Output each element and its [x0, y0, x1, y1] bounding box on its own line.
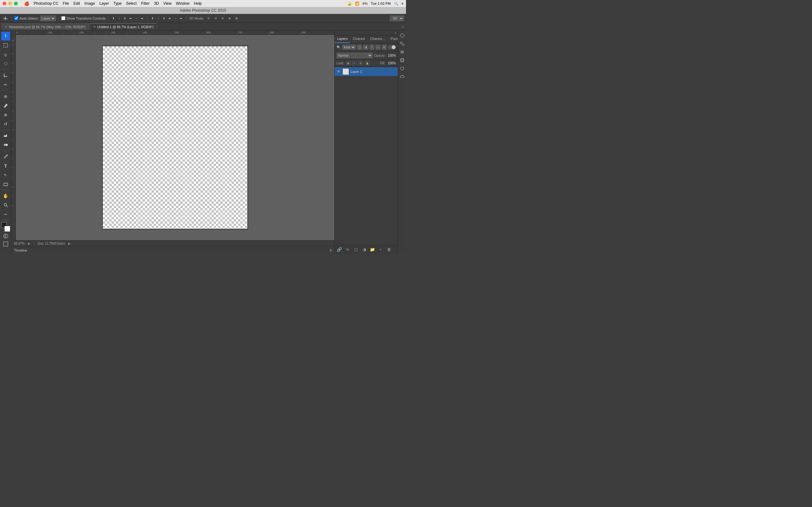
tab-channels[interactable]: Channe… — [368, 36, 389, 43]
lock-all-button[interactable]: 🔒 — [365, 61, 369, 65]
transform-controls-checkbox[interactable] — [61, 16, 65, 20]
magic-wand-button[interactable]: ⬡ — [1, 59, 10, 68]
filter-shape-button[interactable]: ▭ — [375, 45, 380, 50]
timeline-collapse-button[interactable]: ≡ — [329, 248, 332, 252]
tab-character[interactable]: Charact — [350, 36, 368, 43]
canvas-scroll-area[interactable] — [16, 35, 334, 240]
marquee-tool-button[interactable] — [1, 41, 10, 50]
layer-effects-button[interactable]: fx — [345, 246, 351, 252]
align-horizontal-centers-button[interactable]: ↔ — [134, 16, 139, 21]
filter-kind-select[interactable]: Kind — [342, 45, 356, 50]
clone-stamp-button[interactable]: ⊕ — [1, 110, 10, 119]
panel-collapse-left[interactable]: « — [395, 31, 397, 35]
shape-tool-button[interactable] — [1, 180, 10, 188]
3d-panel-button[interactable] — [399, 32, 405, 39]
filter-toggle[interactable] — [388, 45, 396, 49]
menu-type[interactable]: Type — [113, 1, 121, 6]
close-window-button[interactable] — [3, 2, 6, 5]
doc-info-expand[interactable]: ▶ — [68, 242, 71, 245]
menu-view[interactable]: View — [163, 1, 171, 6]
brush-tool-button[interactable] — [1, 101, 10, 110]
notification-icon[interactable]: 🔔 — [347, 2, 352, 6]
distribute-left-button[interactable]: ⬅ — [167, 16, 172, 21]
align-vertical-centers-button[interactable]: ↕ — [117, 16, 122, 21]
filter-adjustment-button[interactable]: ◑ — [363, 45, 368, 50]
3d-pan-button[interactable]: ✛ — [220, 16, 225, 21]
tab-close-newsletter[interactable]: ✕ — [5, 25, 7, 29]
zoom-tool-button[interactable] — [1, 201, 10, 210]
adjustments-panel-button[interactable] — [399, 41, 405, 47]
3d-rotate-button[interactable]: ↻ — [206, 16, 211, 21]
distribute-bottom-button[interactable]: ⬇ — [161, 16, 166, 21]
auto-select-dropdown[interactable]: Layer — [40, 15, 56, 21]
quick-mask-button[interactable] — [3, 233, 9, 239]
add-mask-button[interactable]: ◻ — [353, 246, 359, 252]
tab-untitled[interactable]: ✕ Untitled-1 @ 66.7% (Layer 1, RGB/8*) — [90, 23, 157, 30]
crop-tool-button[interactable] — [1, 71, 10, 80]
gradient-tool-button[interactable] — [1, 140, 10, 149]
history-brush-button[interactable]: ↺ — [1, 119, 10, 128]
new-group-button[interactable]: 📁 — [369, 246, 375, 252]
new-layer-button[interactable]: + — [378, 246, 384, 252]
lasso-tool-button[interactable]: ⌾ — [1, 50, 10, 59]
align-right-edges-button[interactable]: ➡ — [140, 16, 145, 21]
distribute-right-button[interactable]: ➡ — [179, 16, 184, 21]
arrange-panel-button[interactable] — [399, 49, 405, 55]
blend-mode-select[interactable]: Normal — [337, 53, 373, 58]
tab-close-untitled[interactable]: ✕ — [93, 25, 96, 29]
path-selection-button[interactable]: ↖ — [1, 170, 10, 179]
menu-filter[interactable]: Filter — [141, 1, 150, 6]
pen-tool-button[interactable] — [1, 152, 10, 161]
menu-select[interactable]: Select — [126, 1, 136, 6]
move-tool-option[interactable] — [2, 16, 9, 21]
lock-position-button[interactable]: ✏ — [352, 61, 357, 65]
menu-help[interactable]: Help — [194, 1, 202, 6]
background-color[interactable] — [4, 226, 10, 232]
distribute-top-button[interactable]: ⬆ — [150, 16, 155, 21]
filter-smart-button[interactable]: ⊞ — [382, 45, 387, 50]
fill-value[interactable]: 100% — [387, 61, 396, 65]
hand-tool-button[interactable]: ✋ — [1, 191, 10, 200]
3d-scale-button[interactable]: ⊞ — [234, 16, 239, 21]
zoom-flyout-icon[interactable]: ▶ — [28, 242, 31, 245]
type-tool-button[interactable]: T — [1, 161, 10, 170]
menu-app-name[interactable]: Photoshop CC — [34, 1, 58, 6]
3d-slide-button[interactable]: ⊕ — [227, 16, 232, 21]
eyedropper-tool-button[interactable]: ✏ — [1, 80, 10, 89]
layer-item[interactable]: 👁 Layer 1 — [335, 67, 398, 76]
color-chips[interactable] — [1, 222, 10, 232]
add-adjustment-button[interactable]: ◑ — [361, 246, 367, 252]
menu-layer[interactable]: Layer — [99, 1, 109, 6]
healing-brush-button[interactable]: ⊕ — [1, 92, 10, 101]
menu-file[interactable]: File — [63, 1, 69, 6]
distribute-horizontal-button[interactable]: ↔ — [173, 16, 178, 21]
align-left-edges-button[interactable]: ⬅ — [128, 16, 133, 21]
filter-pixel-button[interactable]: ◻ — [357, 45, 362, 50]
filter-type-button[interactable]: T — [369, 45, 374, 50]
smart-object-button[interactable] — [399, 57, 405, 63]
distribute-vertical-button[interactable]: ↕ — [156, 16, 161, 21]
link-layers-button[interactable]: 🔗 — [337, 246, 342, 252]
menu-edit[interactable]: Edit — [73, 1, 80, 6]
layer-visibility-button[interactable]: 👁 — [337, 69, 341, 74]
eraser-tool-button[interactable] — [1, 131, 10, 140]
lock-artboard-button[interactable]: ⊞ — [359, 61, 363, 65]
mask-panel-button[interactable] — [399, 65, 405, 72]
minimize-window-button[interactable] — [8, 2, 12, 5]
lock-pixels-button[interactable]: ▦ — [346, 61, 351, 65]
creative-cloud-button[interactable] — [399, 73, 405, 80]
3d-roll-button[interactable]: ↺ — [213, 16, 218, 21]
delete-layer-button[interactable]: 🗑 — [386, 246, 392, 252]
maximize-window-button[interactable] — [14, 2, 18, 5]
opacity-value[interactable]: 100% — [387, 54, 396, 57]
align-top-edges-button[interactable]: ⬆ — [111, 16, 116, 21]
zoom-level[interactable]: 66.67% — [14, 242, 25, 245]
tab-layers[interactable]: Layers — [335, 36, 350, 43]
menu-window[interactable]: Window — [176, 1, 190, 6]
control-center-icon[interactable]: ≡ — [402, 2, 403, 5]
menu-3d[interactable]: 3D — [154, 1, 159, 6]
tab-newsletter[interactable]: ✕ Newsletter.psd @ 66.7% (May 20th – 27t… — [1, 23, 89, 30]
move-tool-button[interactable] — [1, 32, 10, 41]
menu-image[interactable]: Image — [84, 1, 95, 6]
search-icon[interactable]: 🔍 — [394, 2, 398, 6]
